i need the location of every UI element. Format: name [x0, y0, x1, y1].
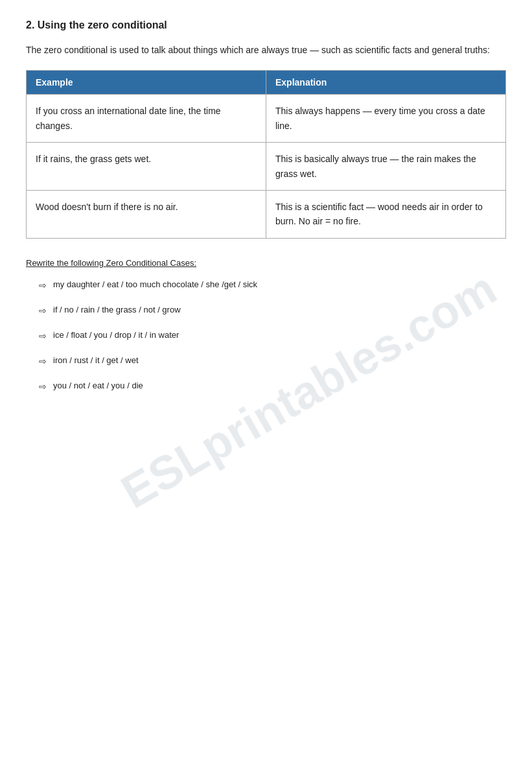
rewrite-item-text: ice / float / you / drop / it / in water [53, 330, 179, 340]
list-item: ⇨ ice / float / you / drop / it / in wat… [39, 330, 506, 341]
rewrite-title: Rewrite the following Zero Conditional C… [26, 258, 506, 268]
list-item: ⇨ iron / rust / it / get / wet [39, 355, 506, 366]
examples-table: Example Explanation If you cross an inte… [26, 70, 506, 238]
table-row: If it rains, the grass gets wet. This is… [27, 142, 505, 190]
rewrite-list: ⇨ my daughter / eat / too much chocolate… [26, 279, 506, 392]
rewrite-item-text: you / not / eat / you / die [53, 381, 143, 390]
page-title: 2. Using the zero conditional [26, 19, 506, 31]
explanation-header: Explanation [266, 71, 505, 94]
rewrite-item-text: if / no / rain / the grass / not / grow [53, 305, 181, 314]
rewrite-item-text: iron / rust / it / get / wet [53, 355, 139, 365]
example-cell-3: Wood doesn't burn if there is no air. [27, 191, 266, 238]
example-cell-1: If you cross an international date line,… [27, 95, 266, 142]
arrow-icon: ⇨ [39, 356, 47, 366]
table-row: If you cross an international date line,… [27, 94, 505, 142]
example-cell-2: If it rains, the grass gets wet. [27, 143, 266, 190]
table-row: Wood doesn't burn if there is no air. Th… [27, 190, 505, 238]
arrow-icon: ⇨ [39, 280, 47, 290]
table-header: Example Explanation [27, 71, 505, 94]
rewrite-section: Rewrite the following Zero Conditional C… [26, 258, 506, 392]
list-item: ⇨ you / not / eat / you / die [39, 381, 506, 392]
example-header: Example [27, 71, 266, 94]
arrow-icon: ⇨ [39, 381, 47, 392]
list-item: ⇨ my daughter / eat / too much chocolate… [39, 279, 506, 290]
explanation-cell-1: This always happens — every time you cro… [266, 95, 505, 142]
list-item: ⇨ if / no / rain / the grass / not / gro… [39, 305, 506, 316]
explanation-cell-3: This is a scientific fact — wood needs a… [266, 191, 505, 238]
rewrite-item-text: my daughter / eat / too much chocolate /… [53, 279, 257, 289]
arrow-icon: ⇨ [39, 331, 47, 341]
intro-text: The zero conditional is used to talk abo… [26, 43, 506, 57]
arrow-icon: ⇨ [39, 305, 47, 316]
explanation-cell-2: This is basically always true — the rain… [266, 143, 505, 190]
